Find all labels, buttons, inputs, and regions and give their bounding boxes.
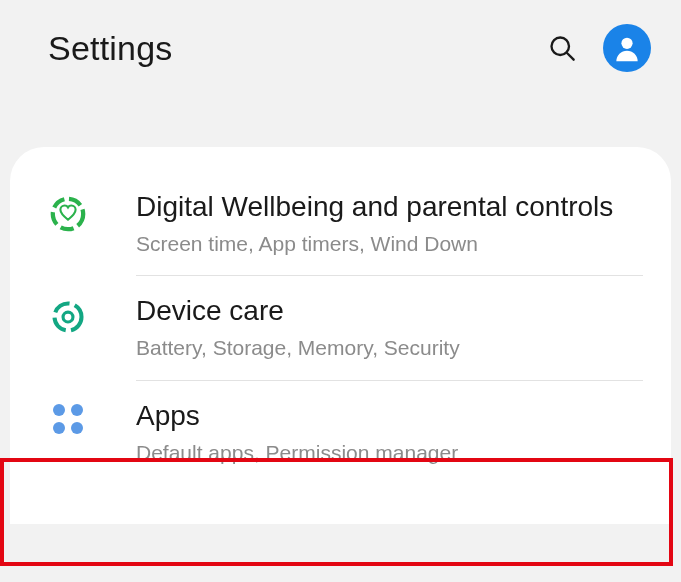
digital-wellbeing-icon	[42, 189, 94, 233]
row-text: Device care Battery, Storage, Memory, Se…	[136, 293, 639, 361]
settings-panel: Digital Wellbeing and parental controls …	[10, 147, 671, 524]
settings-header: Settings	[0, 0, 681, 92]
svg-point-2	[621, 38, 632, 49]
profile-icon	[611, 32, 643, 64]
row-title: Apps	[136, 398, 639, 433]
svg-line-1	[567, 53, 573, 59]
row-text: Apps Default apps, Permission manager	[136, 398, 639, 466]
search-icon	[548, 34, 576, 62]
page-title: Settings	[48, 29, 172, 68]
header-actions	[547, 24, 651, 72]
svg-point-0	[552, 38, 570, 56]
svg-point-5	[63, 312, 73, 322]
row-digital-wellbeing[interactable]: Digital Wellbeing and parental controls …	[10, 171, 671, 275]
svg-point-3	[53, 199, 83, 229]
search-button[interactable]	[547, 33, 577, 63]
row-title: Digital Wellbeing and parental controls	[136, 189, 639, 224]
row-subtitle: Battery, Storage, Memory, Security	[136, 334, 639, 361]
row-subtitle: Screen time, App timers, Wind Down	[136, 230, 639, 257]
apps-icon	[42, 398, 94, 434]
device-care-icon	[42, 293, 94, 335]
profile-button[interactable]	[603, 24, 651, 72]
row-apps[interactable]: Apps Default apps, Permission manager	[10, 380, 671, 484]
row-subtitle: Default apps, Permission manager	[136, 439, 639, 466]
row-device-care[interactable]: Device care Battery, Storage, Memory, Se…	[10, 275, 671, 379]
svg-point-4	[55, 304, 82, 331]
row-text: Digital Wellbeing and parental controls …	[136, 189, 639, 257]
row-title: Device care	[136, 293, 639, 328]
